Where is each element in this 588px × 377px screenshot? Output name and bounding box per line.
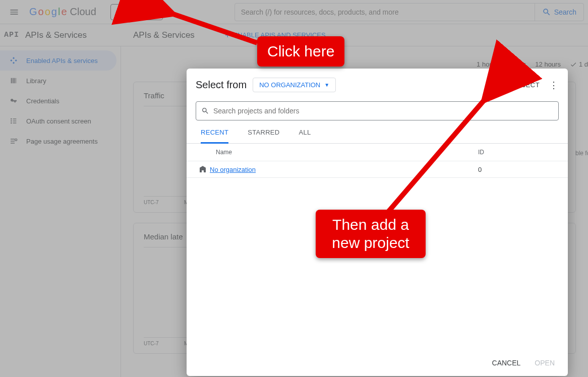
project-search-input[interactable]	[213, 107, 553, 115]
organization-label: NO ORGANIZATION	[259, 81, 320, 89]
project-row-name[interactable]: No organization	[210, 166, 256, 173]
tab-recent[interactable]: RECENT	[201, 129, 228, 144]
open-button[interactable]: OPEN	[535, 359, 555, 367]
svg-line-8	[169, 13, 257, 43]
dialog-title: Select from	[196, 79, 247, 91]
cancel-button[interactable]: CANCEL	[492, 359, 521, 367]
col-id: ID	[478, 149, 559, 156]
search-icon	[201, 107, 209, 115]
tab-starred[interactable]: STARRED	[248, 129, 279, 143]
org-icon	[196, 165, 210, 173]
dialog-footer: CANCEL OPEN	[187, 350, 568, 376]
chevron-down-icon: ▼	[324, 82, 329, 88]
new-project-button[interactable]: NEW PROJECT	[490, 81, 540, 89]
annotation-text-line1: Then add a	[332, 216, 409, 233]
project-search	[196, 101, 559, 120]
annotation-click-here: Click here	[257, 36, 344, 67]
col-name: Name	[216, 149, 478, 156]
modal-overlay[interactable]: Select from NO ORGANIZATION ▼ NEW PROJEC…	[0, 0, 588, 377]
project-row[interactable]: No organization 0	[187, 161, 568, 178]
annotation-text-line2: new project	[332, 234, 409, 251]
organization-dropdown[interactable]: NO ORGANIZATION ▼	[253, 78, 336, 92]
annotation-text: Click here	[267, 43, 334, 59]
annotation-new-project: Then add a new project	[316, 210, 426, 258]
project-tabs: RECENT STARRED ALL	[187, 120, 568, 144]
project-row-id: 0	[478, 166, 559, 173]
more-options-icon[interactable]: ⋮	[549, 80, 559, 91]
tab-all[interactable]: ALL	[299, 129, 311, 143]
arrow-icon	[156, 5, 262, 45]
project-table-header: Name ID	[187, 144, 568, 161]
